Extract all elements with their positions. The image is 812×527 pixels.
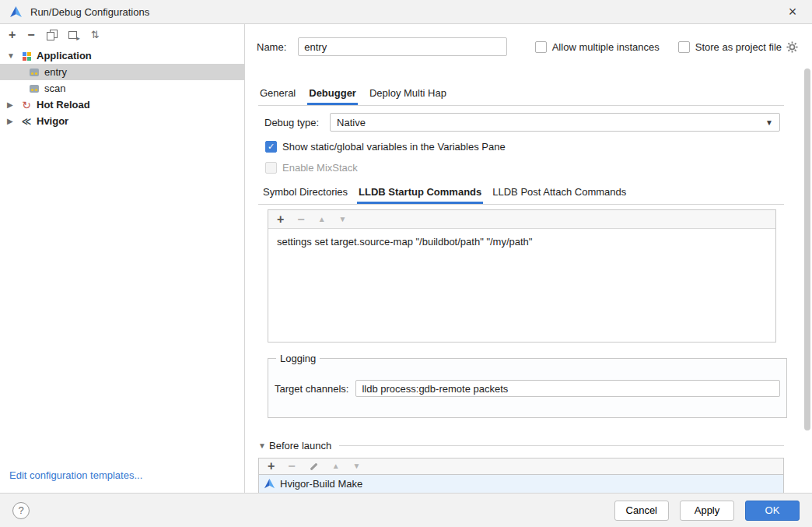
tree-item-application[interactable]: ▼ Application — [0, 47, 244, 64]
dialog-footer: ? Cancel Apply OK — [0, 493, 812, 527]
module-icon — [28, 83, 40, 95]
before-launch-toolbar: + − ▲ ▼ — [258, 458, 784, 475]
move-configuration-icon[interactable] — [68, 30, 79, 40]
enable-mixstack-checkbox[interactable] — [265, 162, 277, 174]
debug-type-value: Native — [337, 117, 366, 128]
tree-item-hot-reload[interactable]: ▶ ↻ Hot Reload — [0, 97, 244, 113]
chevron-right-icon[interactable]: ▶ — [7, 100, 20, 109]
application-icon — [20, 50, 33, 62]
name-label: Name: — [257, 41, 286, 53]
mixstack-row: Enable MixStack — [265, 162, 358, 174]
add-configuration-icon[interactable]: + — [9, 29, 16, 41]
tab-lldb-post-attach-commands[interactable]: LLDB Post Attach Commands — [491, 183, 628, 204]
tab-deploy-multi-hap[interactable]: Deploy Multi Hap — [368, 84, 448, 105]
configurations-sidebar: + − ⇅ ▼ Application entry scan ▶ ↻ — [0, 24, 245, 493]
chevron-right-icon[interactable]: ▶ — [7, 117, 20, 125]
debug-type-label: Debug type: — [264, 117, 319, 128]
ok-button[interactable]: OK — [745, 501, 800, 521]
tab-lldb-startup-commands[interactable]: LLDB Startup Commands — [357, 183, 483, 204]
target-channels-label: Target channels: — [275, 383, 348, 395]
tab-general[interactable]: General — [258, 84, 297, 105]
store-as-project-file-label: Store as project file — [695, 41, 782, 53]
copy-configuration-icon[interactable] — [47, 30, 57, 40]
tree-item-label: entry — [44, 66, 67, 78]
footer-buttons: Cancel Apply OK — [614, 501, 800, 521]
show-static-variables-checkbox[interactable] — [265, 141, 277, 153]
debug-type-row: Debug type: Native ▼ — [264, 113, 780, 132]
tree-item-label: Hot Reload — [37, 99, 90, 111]
add-task-icon[interactable]: + — [268, 460, 275, 473]
divider — [339, 445, 784, 446]
configuration-tree: ▼ Application entry scan ▶ ↻ Hot Reload … — [0, 47, 244, 129]
edit-configuration-templates-link[interactable]: Edit configuration templates... — [9, 469, 142, 481]
name-row: Name: Allow multiple instances Store as … — [257, 37, 798, 56]
commands-toolbar: + − ▲ ▼ — [268, 210, 775, 229]
sidebar-toolbar: + − ⇅ — [0, 24, 244, 45]
hvigor-icon: ≪ — [20, 115, 33, 128]
run-debug-configurations-dialog: Run/Debug Configurations × + − ⇅ ▼ Appli… — [0, 0, 812, 527]
configuration-editor-panel: Name: Allow multiple instances Store as … — [246, 24, 812, 493]
move-up-icon[interactable]: ▲ — [318, 216, 326, 223]
apply-button[interactable]: Apply — [680, 501, 734, 521]
close-icon[interactable]: × — [782, 2, 803, 22]
show-static-variables-label: Show static/global variables in the Vari… — [282, 141, 506, 153]
module-icon — [28, 66, 40, 79]
lldb-tab-bar: Symbol Directories LLDB Startup Commands… — [258, 183, 784, 205]
tree-item-hvigor[interactable]: ▶ ≪ Hvigor — [0, 113, 244, 129]
before-launch-header[interactable]: ▼ Before launch — [258, 440, 784, 451]
debug-type-dropdown[interactable]: Native ▼ — [330, 113, 780, 132]
move-task-down-icon[interactable]: ▼ — [353, 462, 361, 470]
gear-icon[interactable] — [786, 41, 798, 53]
cancel-button[interactable]: Cancel — [614, 501, 669, 521]
logging-group: Logging Target channels: — [268, 353, 787, 418]
tree-item-label: scan — [44, 83, 65, 94]
main-tab-bar: General Debugger Deploy Multi Hap — [258, 84, 784, 106]
vertical-scrollbar[interactable] — [804, 69, 810, 430]
before-launch-task-label: Hvigor-Build Make — [280, 478, 362, 490]
name-input[interactable] — [298, 37, 507, 56]
app-logo-icon — [9, 5, 23, 19]
before-launch-task-row[interactable]: Hvigor-Build Make — [258, 475, 784, 493]
tree-item-label: Application — [37, 50, 92, 61]
commands-text-area[interactable]: settings set target.source-map "/buildbo… — [268, 229, 775, 255]
add-command-icon[interactable]: + — [277, 213, 284, 226]
tree-item-scan[interactable]: scan — [0, 80, 244, 97]
tab-debugger[interactable]: Debugger — [307, 84, 358, 105]
tree-item-entry[interactable]: entry — [0, 64, 244, 80]
target-channels-input[interactable] — [355, 380, 780, 397]
move-down-icon[interactable]: ▼ — [339, 216, 347, 223]
chevron-down-icon: ▼ — [765, 118, 773, 127]
tree-item-label: Hvigor — [37, 115, 68, 127]
chevron-down-icon[interactable]: ▼ — [7, 51, 20, 60]
remove-configuration-icon[interactable]: − — [27, 29, 34, 41]
chevron-down-icon[interactable]: ▼ — [258, 441, 269, 450]
hvigor-build-icon — [264, 478, 275, 490]
hot-reload-icon: ↻ — [20, 99, 33, 111]
store-as-project-file-checkbox[interactable] — [678, 41, 690, 53]
allow-multiple-instances-checkbox[interactable] — [535, 41, 547, 53]
logging-group-title: Logging — [276, 353, 320, 364]
remove-command-icon[interactable]: − — [297, 213, 304, 226]
edit-task-icon[interactable] — [309, 462, 319, 472]
startup-commands-editor: + − ▲ ▼ settings set target.source-map "… — [268, 209, 776, 343]
before-launch-title: Before launch — [269, 440, 331, 451]
tab-symbol-directories[interactable]: Symbol Directories — [261, 183, 349, 204]
allow-multiple-instances-label: Allow multiple instances — [552, 41, 660, 53]
sort-configurations-icon[interactable]: ⇅ — [91, 30, 100, 40]
target-channels-row: Target channels: — [275, 380, 780, 397]
remove-task-icon[interactable]: − — [288, 460, 295, 473]
titlebar: Run/Debug Configurations × — [0, 0, 812, 24]
move-task-up-icon[interactable]: ▲ — [332, 462, 340, 470]
dialog-title: Run/Debug Configurations — [30, 6, 149, 18]
show-static-row: Show static/global variables in the Vari… — [265, 141, 506, 153]
enable-mixstack-label: Enable MixStack — [282, 162, 358, 174]
help-button[interactable]: ? — [12, 502, 30, 519]
